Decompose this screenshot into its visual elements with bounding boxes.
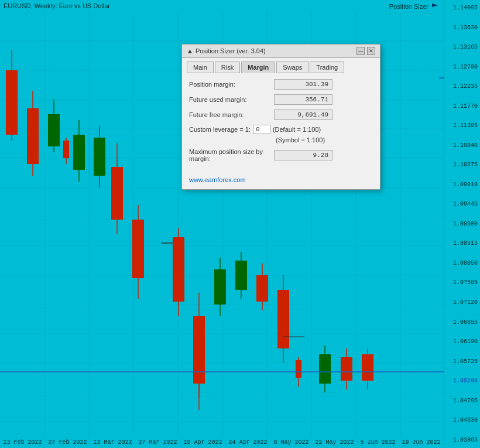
time-label-4: 10 Apr 2022 — [183, 439, 222, 446]
price-label-5: 1.11770 — [447, 103, 478, 110]
future-free-margin-row: Future free margin: 9,691.49 — [189, 110, 373, 120]
future-free-margin-label: Future free margin: — [189, 111, 274, 118]
svg-rect-46 — [214, 269, 226, 305]
svg-rect-58 — [341, 357, 352, 381]
price-label-11: 1.08980 — [447, 221, 478, 227]
price-label-19: 1.05200 — [447, 378, 478, 384]
footer-link[interactable]: www.earnforex.com — [189, 176, 246, 183]
svg-rect-31 — [63, 141, 69, 158]
position-margin-value: 301.39 — [274, 79, 332, 90]
price-tag — [439, 77, 444, 78]
time-axis: 13 Feb 2022 27 Feb 2022 13 Mar 2022 27 M… — [0, 436, 444, 448]
future-used-margin-value: 356.71 — [274, 94, 332, 105]
time-label-3: 27 Mar 2022 — [138, 439, 177, 446]
price-label-21: 1.04330 — [447, 417, 478, 423]
svg-rect-33 — [73, 135, 85, 170]
time-label-7: 22 May 2022 — [315, 439, 354, 446]
tab-risk[interactable]: Risk — [215, 61, 240, 73]
symbol-note: (Symbol = 1:100) — [276, 136, 373, 143]
price-label-18: 1.05725 — [447, 358, 478, 365]
time-label-8: 5 Jun 2022 — [360, 439, 395, 446]
leverage-input[interactable] — [253, 125, 270, 134]
max-position-label: Maximum position size by margin: — [189, 148, 274, 162]
chart-title: EURUSD, Weekly: Euro vs US Dollar — [4, 2, 110, 9]
top-right-label: Position Sizer — [389, 2, 439, 11]
price-label-16: 1.06655 — [447, 319, 478, 326]
price-label-9: 1.09910 — [447, 182, 478, 188]
price-label-1: 1.13630 — [447, 25, 478, 31]
position-sizer-dialog: ▲ Position Sizer (ver. 3.04) — ✕ Main Ri… — [181, 44, 380, 190]
time-label-1: 27 Feb 2022 — [48, 439, 87, 446]
price-label-13: 1.08050 — [447, 260, 478, 266]
dialog-arrow-icon: ▲ — [187, 47, 193, 54]
time-label-9: 19 Jun 2022 — [402, 439, 440, 446]
price-label-17: 1.06190 — [447, 338, 478, 345]
svg-rect-35 — [94, 138, 105, 176]
chart-container: EURUSD, Weekly: Euro vs US Dollar Positi… — [0, 0, 480, 448]
svg-rect-29 — [48, 114, 60, 146]
position-margin-label: Position margin: — [189, 81, 274, 88]
price-label-7: 1.10840 — [447, 142, 478, 149]
price-label-6: 1.11305 — [447, 122, 478, 129]
leverage-label: Custom leverage = 1: — [189, 126, 251, 133]
svg-rect-39 — [132, 220, 144, 278]
dialog-titlebar: ▲ Position Sizer (ver. 3.04) — ✕ — [182, 45, 380, 58]
dialog-title-text: Position Sizer (ver. 3.04) — [196, 47, 266, 54]
tab-main[interactable]: Main — [187, 61, 214, 73]
minimize-button[interactable]: — — [356, 47, 365, 55]
svg-rect-42 — [173, 237, 184, 302]
svg-rect-52 — [277, 290, 289, 348]
price-label-20: 1.04795 — [447, 398, 478, 404]
dialog-tabs: Main Risk Margin Swaps Trading — [182, 58, 380, 73]
leverage-default-note: (Default = 1:100) — [273, 126, 321, 133]
price-label-2: 1.13165 — [447, 44, 478, 50]
tab-margin[interactable]: Margin — [241, 61, 275, 73]
future-used-margin-label: Future used margin: — [189, 96, 274, 103]
leverage-row: Custom leverage = 1: (Default = 1:100) — [189, 125, 373, 134]
price-axis: 1.14095 1.13630 1.13165 1.12700 1.12235 … — [444, 0, 480, 448]
svg-rect-50 — [256, 275, 268, 302]
price-label-0: 1.14095 — [447, 5, 478, 11]
position-margin-row: Position margin: 301.39 — [189, 79, 373, 90]
dialog-footer: www.earnforex.com — [182, 173, 380, 189]
svg-rect-54 — [296, 360, 301, 378]
svg-rect-25 — [6, 70, 18, 135]
price-label-12: 1.08515 — [447, 240, 478, 247]
tab-trading[interactable]: Trading — [310, 61, 344, 73]
price-label-10: 1.09445 — [447, 201, 478, 207]
time-label-2: 13 Mar 2022 — [93, 439, 132, 446]
tab-swaps[interactable]: Swaps — [276, 61, 308, 73]
price-label-8: 1.10375 — [447, 162, 478, 168]
dialog-title: ▲ Position Sizer (ver. 3.04) — [187, 47, 266, 54]
price-label-4: 1.12235 — [447, 83, 478, 90]
dialog-content: Position margin: 301.39 Future used marg… — [182, 73, 380, 173]
price-label-3: 1.12700 — [447, 64, 478, 70]
time-label-6: 8 May 2022 — [273, 439, 308, 446]
price-label-22: 1.03865 — [447, 437, 478, 443]
flag-icon — [431, 2, 439, 11]
future-used-margin-row: Future used margin: 356.71 — [189, 94, 373, 105]
close-button[interactable]: ✕ — [367, 47, 375, 55]
future-free-margin-value: 9,691.49 — [274, 110, 332, 120]
svg-marker-0 — [432, 4, 438, 7]
time-label-0: 13 Feb 2022 — [3, 439, 42, 446]
svg-rect-37 — [111, 167, 123, 220]
dialog-controls: — ✕ — [356, 47, 375, 55]
price-label-15: 1.07120 — [447, 299, 478, 306]
svg-rect-44 — [193, 316, 205, 384]
svg-rect-56 — [319, 354, 331, 384]
price-label-14: 1.07585 — [447, 279, 478, 286]
svg-rect-60 — [362, 354, 373, 381]
max-position-row: Maximum position size by margin: 9.28 — [189, 148, 373, 162]
svg-rect-27 — [27, 108, 39, 164]
position-sizer-label: Position Sizer — [389, 3, 428, 10]
max-position-value: 9.28 — [274, 150, 332, 160]
time-label-5: 24 Apr 2022 — [228, 439, 267, 446]
svg-rect-48 — [235, 261, 247, 290]
